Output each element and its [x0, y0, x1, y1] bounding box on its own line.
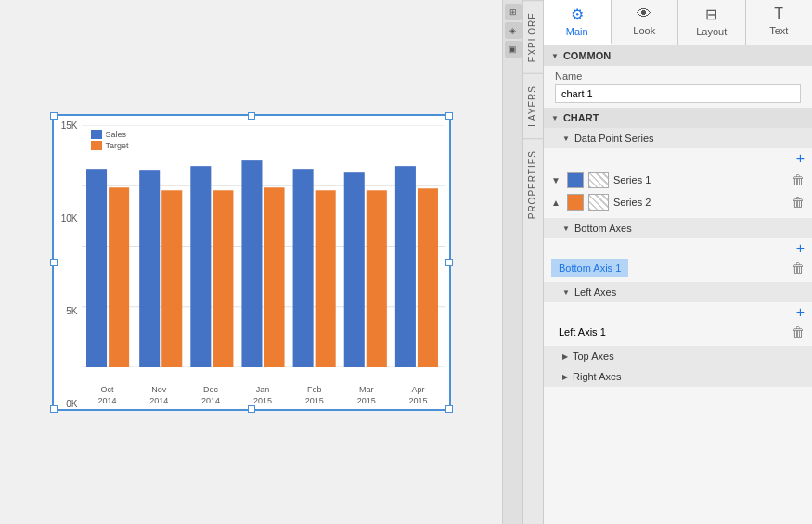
bottom-axis-1[interactable]: Bottom Axis 1: [551, 259, 628, 277]
series-add-row: +: [551, 148, 805, 169]
delete-left-axis-button[interactable]: 🗑: [792, 326, 805, 339]
svg-rect-8: [161, 190, 182, 367]
chart-arrow: [551, 114, 559, 122]
left-axis-1-row: Left Axis 1 🗑: [551, 323, 805, 341]
strip-icon-3[interactable]: ▣: [505, 41, 522, 58]
left-axes-area: + Left Axis 1 🗑: [544, 302, 812, 346]
name-input[interactable]: [555, 84, 801, 103]
x-axis: Oct2014 Nov2014 Dec2014 Jan2015 Feb2015 …: [82, 385, 445, 406]
section-chart-header[interactable]: CHART: [544, 108, 812, 128]
series1-color[interactable]: [567, 172, 584, 188]
add-left-axis-button[interactable]: +: [796, 305, 805, 320]
bottom-axes-label: Bottom Axes: [574, 223, 632, 234]
right-axes-header[interactable]: Right Axes: [544, 366, 812, 387]
series1-name: Series 1: [613, 174, 787, 185]
tab-layout[interactable]: ⊟ Layout: [678, 0, 746, 45]
top-axes-arrow: [562, 352, 568, 361]
main-icon: ⚙: [571, 6, 584, 23]
bottom-axes-header[interactable]: Bottom Axes: [544, 218, 812, 238]
handle-bottom-right[interactable]: [445, 405, 453, 413]
top-axes-header[interactable]: Top Axes: [544, 346, 812, 366]
y-label-5k: 5K: [66, 306, 77, 316]
handle-top-right[interactable]: [445, 112, 453, 120]
handle-mid-right[interactable]: [445, 259, 453, 266]
vertical-tabs: EXPLORE LAYERS PROPERTIES: [522, 0, 543, 524]
bottom-axis-add-row: +: [551, 238, 805, 259]
dps-label: Data Point Series: [574, 133, 654, 144]
series2-arrow: ▲: [551, 198, 562, 208]
svg-rect-12: [264, 187, 284, 367]
bottom-axis-1-row: Bottom Axis 1 🗑: [551, 259, 805, 277]
x-label-oct2014: Oct2014: [97, 385, 116, 406]
common-arrow: [551, 52, 559, 60]
left-axis-1[interactable]: Left Axis 1: [551, 323, 613, 341]
chart-label: CHART: [563, 112, 599, 123]
tab-main-label: Main: [566, 26, 588, 37]
strip-icon-2[interactable]: ◈: [505, 22, 522, 39]
svg-rect-18: [417, 188, 437, 367]
tab-look[interactable]: 👁 Look: [612, 0, 679, 45]
top-axes-label: Top Axes: [573, 351, 614, 362]
y-label-10k: 10K: [61, 213, 78, 224]
chart-container[interactable]: 15K 10K 5K 0K Sales Target: [52, 114, 451, 411]
svg-rect-11: [241, 160, 262, 367]
add-bottom-axis-button[interactable]: +: [796, 241, 805, 256]
vtab-properties[interactable]: PROPERTIES: [523, 138, 543, 230]
prop-tabs: ⚙ Main 👁 Look ⊟ Layout T Text: [544, 0, 812, 45]
right-panel: ⊞ ◈ ▣ EXPLORE LAYERS PROPERTIES ⚙ Main 👁…: [502, 0, 812, 524]
svg-rect-5: [86, 169, 107, 367]
bottom-axes-area: + Bottom Axis 1 🗑: [544, 238, 812, 282]
strip-icon-1[interactable]: ⊞: [505, 4, 522, 20]
icon-strip: ⊞ ◈ ▣: [502, 0, 522, 524]
tab-look-label: Look: [633, 25, 655, 36]
svg-rect-15: [343, 172, 364, 367]
svg-rect-6: [109, 187, 129, 367]
x-label-nov2014: Nov2014: [149, 385, 168, 406]
tab-text[interactable]: T Text: [746, 0, 813, 45]
chart-area: 15K 10K 5K 0K Sales Target: [0, 0, 502, 524]
vtab-layers[interactable]: LAYERS: [523, 73, 543, 138]
tab-layout-label: Layout: [696, 26, 727, 37]
svg-rect-16: [366, 190, 386, 367]
vtab-explore[interactable]: EXPLORE: [523, 0, 543, 73]
tab-text-label: Text: [769, 25, 788, 36]
look-icon: 👁: [637, 6, 651, 22]
svg-rect-9: [190, 166, 211, 367]
series-row-2: ▲ Series 2 🗑: [551, 191, 805, 213]
common-label: COMMON: [563, 50, 611, 61]
y-label-15k: 15K: [61, 121, 78, 131]
series1-arrow: ▼: [551, 175, 562, 185]
name-label: Name: [555, 70, 801, 82]
data-point-series-header[interactable]: Data Point Series: [544, 128, 812, 148]
common-content: Name: [544, 66, 812, 108]
tab-main[interactable]: ⚙ Main: [544, 0, 612, 45]
delete-series2-button[interactable]: 🗑: [792, 196, 805, 209]
series2-pattern: [588, 194, 609, 211]
left-axis-add-row: +: [551, 302, 805, 323]
x-label-apr2015: Apr2015: [408, 385, 427, 406]
properties-panel: ⚙ Main 👁 Look ⊟ Layout T Text COMMON Nam…: [543, 0, 812, 524]
x-label-feb2015: Feb2015: [305, 385, 324, 406]
svg-rect-7: [139, 170, 160, 367]
y-label-0k: 0K: [66, 399, 77, 409]
right-axes-label: Right Axes: [573, 371, 622, 382]
left-axes-header[interactable]: Left Axes: [544, 282, 812, 302]
svg-rect-17: [394, 166, 415, 367]
svg-rect-14: [315, 190, 335, 367]
series-area: + ▼ Series 1 🗑 ▲ Series 2 🗑: [544, 148, 812, 218]
delete-series1-button[interactable]: 🗑: [792, 173, 805, 186]
svg-rect-10: [213, 190, 233, 367]
series2-color[interactable]: [567, 194, 584, 211]
right-axes-arrow: [562, 373, 568, 381]
add-series-button[interactable]: +: [796, 151, 805, 166]
delete-bottom-axis-button[interactable]: 🗑: [792, 262, 805, 275]
bottom-axes-arrow: [562, 224, 570, 233]
x-label-jan2015: Jan2015: [253, 385, 272, 406]
left-axes-label: Left Axes: [574, 287, 616, 298]
section-common-header[interactable]: COMMON: [544, 45, 812, 66]
text-icon: T: [774, 6, 783, 22]
handle-top-center[interactable]: [248, 112, 255, 120]
series1-pattern: [588, 172, 609, 188]
x-label-mar2015: Mar2015: [357, 385, 376, 406]
layout-icon: ⊟: [705, 6, 717, 23]
